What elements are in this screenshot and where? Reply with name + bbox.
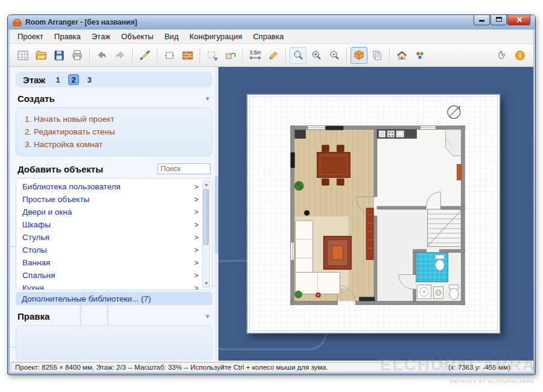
brick-wall-icon[interactable] [179, 47, 196, 64]
chevron-right-icon: > [194, 233, 198, 242]
tall-cabinet[interactable] [457, 164, 461, 180]
resize-icon[interactable] [204, 47, 221, 64]
save-icon[interactable] [51, 47, 68, 64]
floor-button-3[interactable]: 3 [84, 74, 95, 85]
search-input[interactable] [157, 163, 211, 174]
chevron-right-icon: > [194, 246, 198, 254]
fireplace[interactable] [323, 236, 351, 270]
menu-item-objects[interactable]: Объекты [116, 30, 159, 43]
sidebar-scrollbar[interactable] [215, 67, 218, 361]
object-category-wardrobes[interactable]: Шкафы> [16, 218, 212, 231]
wall-shelf[interactable] [325, 126, 343, 130]
toilet-2[interactable] [449, 285, 459, 299]
create-panel: 1. Начать новый проект 2. Редактировать … [16, 107, 212, 156]
object-category-doors-windows[interactable]: Двери и окна> [16, 206, 212, 218]
maximize-icon [496, 17, 502, 22]
create-section-title: Создать [17, 93, 55, 104]
open-folder-icon[interactable] [33, 47, 49, 64]
new-drawing-icon[interactable] [14, 47, 31, 64]
cabinet[interactable] [366, 208, 373, 260]
menu-item-project[interactable]: Проект [12, 30, 49, 43]
create-link-edit-walls[interactable]: 2. Редактировать стены [25, 125, 203, 138]
toolbar-separator [389, 48, 390, 63]
brush-icon[interactable] [136, 47, 153, 64]
toolbar-separator [157, 48, 157, 63]
menu-item-view[interactable]: Вид [159, 30, 184, 43]
chevron-right-icon: > [194, 221, 198, 229]
minimize-button[interactable] [474, 15, 490, 25]
drawing-canvas[interactable] [218, 67, 533, 361]
toolbar-separator [243, 48, 243, 63]
maximize-button[interactable] [491, 15, 507, 25]
scroll-down-icon[interactable] [203, 280, 209, 287]
chevron-right-icon: > [194, 271, 198, 280]
create-link-room-settings[interactable]: 3. Настройка комнат [25, 138, 203, 151]
measure-icon[interactable]: 3,5m [247, 47, 264, 64]
pencil-icon[interactable] [265, 47, 282, 64]
menu-item-edit[interactable]: Правка [49, 30, 86, 43]
kitchen-counter[interactable] [377, 130, 417, 139]
chevron-right-icon: > [194, 284, 198, 291]
sink[interactable] [418, 285, 431, 299]
house-icon[interactable] [393, 47, 410, 64]
object-category-bathroom[interactable]: Ванная> [16, 256, 212, 269]
close-button[interactable] [507, 15, 530, 25]
object-category-chairs[interactable]: Стулья> [16, 231, 212, 244]
menu-item-help[interactable]: Справка [247, 30, 289, 43]
move-object-icon[interactable] [222, 47, 239, 64]
titlebar[interactable]: Room Arranger - [без названия] [8, 15, 535, 30]
view-3d-icon[interactable] [351, 47, 367, 64]
floor-plan[interactable] [247, 95, 500, 333]
staircase[interactable] [428, 209, 462, 247]
menu-item-floor[interactable]: Этаж [86, 30, 116, 43]
zoom-icon[interactable] [290, 47, 306, 64]
round-object[interactable] [304, 210, 310, 216]
create-link-new-project[interactable]: 1. Начать новый проект [25, 113, 203, 125]
colors-icon[interactable] [411, 47, 428, 64]
object-category-tables[interactable]: Столы> [16, 244, 212, 256]
room-dimensions-icon[interactable] [161, 47, 178, 64]
scroll-up-icon[interactable] [203, 181, 209, 188]
list-scrollbar[interactable] [202, 180, 210, 288]
sidebar-scrollbar-thumb[interactable] [215, 175, 218, 254]
floor-button-1[interactable]: 1 [52, 74, 63, 85]
scrollbar-thumb[interactable] [203, 189, 209, 245]
collapse-arrow-icon[interactable]: ▼ [205, 95, 211, 102]
more-libraries-link[interactable]: Дополнительные библиотеки... (7) [16, 292, 212, 305]
objects-section-header: Добавить объекты [17, 163, 211, 174]
object-category-bedroom[interactable]: Спальня> [16, 269, 212, 282]
hand-pan-icon[interactable] [494, 47, 510, 64]
zoom-in-icon[interactable] [308, 47, 325, 64]
redo-icon[interactable] [112, 47, 129, 64]
chevron-right-icon: > [194, 183, 198, 191]
objects-section-title: Добавить объекты [17, 164, 103, 174]
undo-icon[interactable] [94, 47, 110, 64]
cursor-coordinates: (x: 7363 y: -455 мм) [444, 362, 532, 372]
wall-shelf-2[interactable] [359, 297, 375, 301]
plan-page[interactable] [247, 94, 500, 334]
copy-icon[interactable] [369, 47, 386, 64]
object-category-simple-objects[interactable]: Простые объекты> [16, 193, 212, 206]
toolbar: 3,5m [10, 44, 533, 67]
floor-label: Этаж [23, 75, 45, 85]
app-window: Room Arranger - [без названия] Проект Пр… [7, 14, 536, 375]
print-icon[interactable] [69, 47, 86, 64]
info-icon[interactable] [512, 47, 529, 64]
menu-item-configuration[interactable]: Конфигурация [184, 30, 247, 43]
corner-unit[interactable] [295, 130, 306, 139]
toilet[interactable] [435, 255, 444, 271]
plant-2[interactable] [295, 291, 302, 298]
measure-label: 3,5m [250, 50, 261, 55]
object-category-user-library[interactable]: Библиотека пользователя> [16, 180, 212, 193]
toolbar-separator [285, 48, 286, 63]
floor-button-2[interactable]: 2 [68, 74, 79, 85]
plant[interactable] [294, 182, 303, 191]
washing-machine[interactable] [433, 286, 443, 299]
object-category-kitchen[interactable]: Кухня> [16, 282, 212, 290]
window-title: Room Arranger - [без названия] [25, 18, 137, 27]
menu-bar: Проект Правка Этаж Объекты Вид Конфигура… [10, 30, 533, 44]
radiator[interactable] [291, 153, 295, 168]
zoom-out-icon[interactable] [326, 47, 343, 64]
collapse-arrow-icon[interactable]: ▼ [205, 313, 211, 320]
edit-section-title: Правка [17, 311, 49, 321]
